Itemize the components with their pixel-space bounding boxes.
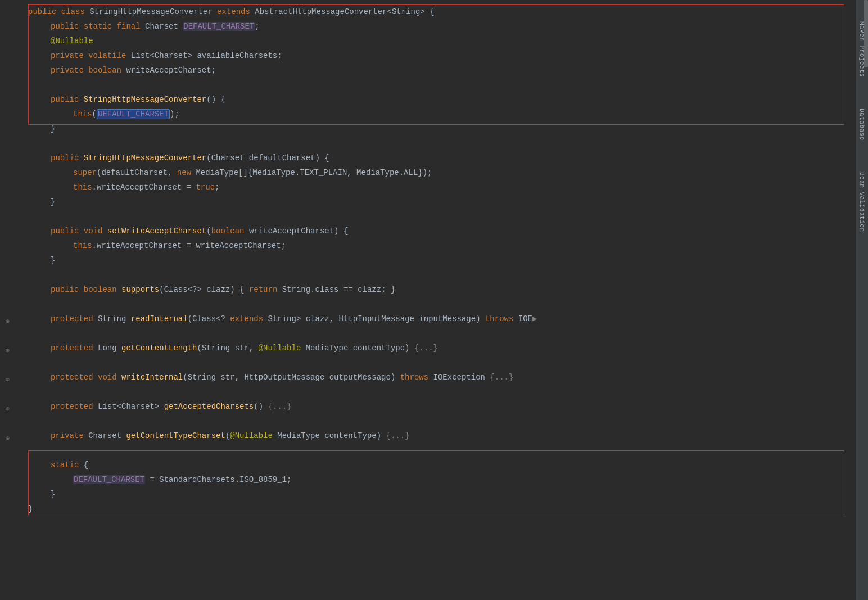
code-line-1: public class StringHttpMessageConverter …: [28, 4, 856, 19]
line-1: public class StringHttpMessageConverter …: [0, 4, 856, 19]
line-29: [0, 414, 856, 428]
line-15: [0, 209, 856, 224]
line-35: }: [0, 502, 856, 516]
line-27: [0, 385, 856, 399]
line-21: [0, 297, 856, 312]
code-line-28: protected List<Charset> getAcceptedChars…: [51, 399, 856, 414]
code-line-22: protected String readInternal(Class<? ex…: [51, 312, 856, 326]
line-16: public void setWriteAcceptCharset(boolea…: [0, 224, 856, 238]
line-20: public boolean supports(Class<?> clazz) …: [0, 282, 856, 297]
code-line-18: }: [51, 253, 856, 268]
line-13: this.writeAcceptCharset = true;: [0, 180, 856, 195]
code-line-35: }: [28, 502, 856, 516]
code-line-3: @Nullable: [51, 34, 856, 48]
line-12: super(defaultCharset, new MediaType[]{Me…: [0, 165, 856, 180]
line-31: [0, 443, 856, 458]
code-line-7: public StringHttpMessageConverter() {: [51, 92, 856, 107]
line-30: ⊕ private Charset getContentTypeCharset(…: [0, 428, 856, 443]
line-5: private boolean writeAcceptCharset;: [0, 63, 856, 78]
code-line-4: private volatile List<Charset> available…: [51, 48, 856, 63]
line-33: DEFAULT_CHARSET = StandardCharsets.ISO_8…: [0, 472, 856, 487]
line-24: ⊕ protected Long getContentLength(String…: [0, 341, 856, 355]
code-line-17: this.writeAcceptCharset = writeAcceptCha…: [73, 238, 856, 253]
line-3: @Nullable: [0, 34, 856, 48]
code-line-14: }: [51, 195, 856, 209]
line-23: [0, 326, 856, 341]
line-8: this(DEFAULT_CHARSET);: [0, 107, 856, 121]
line-18: }: [0, 253, 856, 268]
code-line-8: this(DEFAULT_CHARSET);: [73, 107, 856, 121]
sidebar-bean[interactable]: Bean Validation: [858, 168, 865, 237]
code-line-33: DEFAULT_CHARSET = StandardCharsets.ISO_8…: [73, 472, 856, 487]
code-line-11: public StringHttpMessageConverter(Charse…: [51, 151, 856, 165]
code-area: public class StringHttpMessageConverter …: [0, 0, 856, 521]
line-10: [0, 136, 856, 151]
line-6: [0, 78, 856, 92]
line-7: public StringHttpMessageConverter() {: [0, 92, 856, 107]
line-34: }: [0, 487, 856, 502]
line-19: [0, 268, 856, 282]
line-17: this.writeAcceptCharset = writeAcceptCha…: [0, 238, 856, 253]
code-editor: public class StringHttpMessageConverter …: [0, 0, 856, 600]
code-line-30: private Charset getContentTypeCharset(@N…: [51, 428, 856, 443]
code-line-16: public void setWriteAcceptCharset(boolea…: [51, 224, 856, 238]
right-sidebar: Maven Projects Database Bean Validation: [856, 0, 868, 600]
code-line-20: public boolean supports(Class<?> clazz) …: [51, 282, 856, 297]
line-32: static {: [0, 458, 856, 472]
code-line-9: }: [51, 121, 856, 136]
line-14: }: [0, 195, 856, 209]
code-line-26: protected void writeInternal(String str,…: [51, 370, 856, 385]
code-line-2: public static final Charset DEFAULT_CHAR…: [51, 19, 856, 34]
code-line-5: private boolean writeAcceptCharset;: [51, 63, 856, 78]
sidebar-maven[interactable]: Maven Projects: [858, 17, 865, 82]
code-line-24: protected Long getContentLength(String s…: [51, 341, 856, 355]
line-25: [0, 355, 856, 370]
line-26: ⊕ protected void writeInternal(String st…: [0, 370, 856, 385]
line-22: ⊕ protected String readInternal(Class<? …: [0, 312, 856, 326]
sidebar-database[interactable]: Database: [858, 104, 865, 145]
line-28: ⊕ protected List<Charset> getAcceptedCha…: [0, 399, 856, 414]
line-11: public StringHttpMessageConverter(Charse…: [0, 151, 856, 165]
code-line-13: this.writeAcceptCharset = true;: [73, 180, 856, 195]
code-line-32: static {: [51, 458, 856, 472]
line-2: public static final Charset DEFAULT_CHAR…: [0, 19, 856, 34]
line-9: }: [0, 121, 856, 136]
code-line-34: }: [51, 487, 856, 502]
line-4: private volatile List<Charset> available…: [0, 48, 856, 63]
code-line-12: super(defaultCharset, new MediaType[]{Me…: [73, 165, 856, 180]
